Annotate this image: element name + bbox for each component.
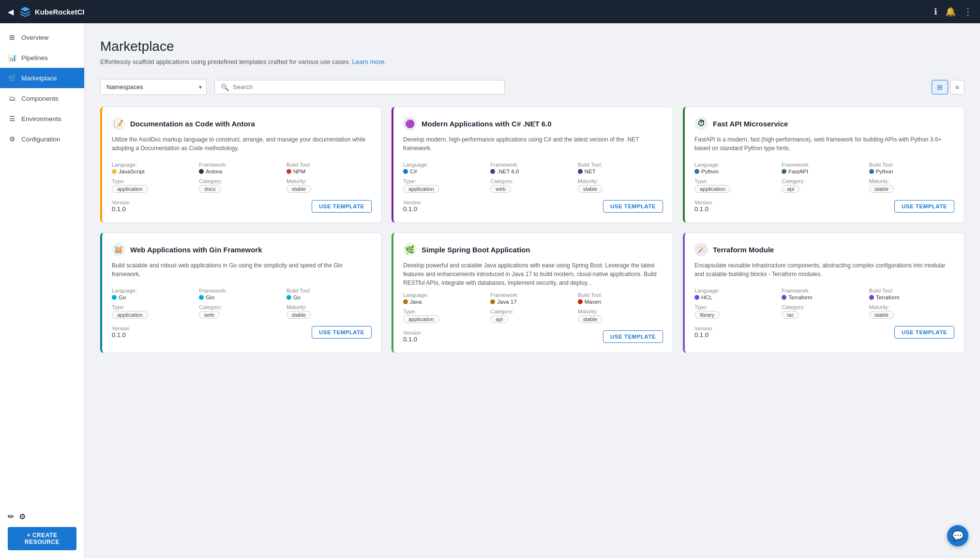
edit-tool-icon[interactable]: ✏ xyxy=(8,512,14,521)
version-group: Version 0.1.0 xyxy=(112,326,130,339)
framework-value: FastAPI xyxy=(782,169,867,174)
maturity-value: stable xyxy=(286,311,372,319)
framework-value: Antora xyxy=(199,169,284,174)
sidebar-item-marketplace[interactable]: 🛒 Marketplace xyxy=(0,68,84,88)
learn-more-link[interactable]: Learn more. xyxy=(352,58,386,65)
sidebar-item-configuration[interactable]: ⚙ Configuration xyxy=(0,129,84,149)
card-header-gin-framework: 🐹 Web Applications with Gin Framework xyxy=(112,243,372,256)
card-doc-antora: 📝 Documentation as Code with Antora Util… xyxy=(100,107,382,223)
card-footer-spring-boot: Version 0.1.0 USE TEMPLATE xyxy=(403,330,663,343)
notifications-icon[interactable]: 🔔 xyxy=(945,6,956,17)
meta-maturity-group: Maturity: stable xyxy=(869,178,954,193)
search-input[interactable] xyxy=(233,83,498,91)
version-label: Version xyxy=(694,326,712,331)
sidebar-item-overview[interactable]: ⊞ Overview xyxy=(0,27,84,47)
meta-language-group: Language: JavaScript xyxy=(112,162,197,174)
maturity-value: stable xyxy=(578,185,663,193)
use-template-button-fast-api[interactable]: USE TEMPLATE xyxy=(894,200,954,213)
info-icon[interactable]: ℹ xyxy=(934,6,937,17)
buildtool-value: NET xyxy=(578,169,663,174)
framework-label: Framework: xyxy=(490,292,575,298)
category-label: Category: xyxy=(490,178,575,184)
meta-type-group: Type: application xyxy=(112,178,197,193)
type-label: Type: xyxy=(403,178,488,184)
card-title-gin-framework: Web Applications with Gin Framework xyxy=(130,246,262,254)
card-icon-terraform: 🪄 xyxy=(694,243,708,256)
category-label: Category: xyxy=(199,304,284,310)
card-desc-gin-framework: Build scalable and robust web applicatio… xyxy=(112,261,372,283)
card-terraform: 🪄 Terraform Module Encapsulate reusable … xyxy=(683,232,965,353)
framework-value: Terraform xyxy=(782,294,867,300)
buildtool-label: Build Tool: xyxy=(869,162,954,168)
search-bar: 🔍 xyxy=(214,80,505,94)
type-tag: application xyxy=(112,185,148,193)
meta-type-group: Type: application xyxy=(403,309,488,323)
sidebar-label-components: Components xyxy=(21,95,59,102)
buildtool-dot xyxy=(578,299,583,304)
card-desc-fast-api: FastAPI is a modern, fast (high-performa… xyxy=(694,135,954,157)
buildtool-label: Build Tool: xyxy=(578,292,663,298)
category-value: api xyxy=(490,315,575,323)
maturity-tag: stable xyxy=(578,315,603,323)
use-template-button-modern-dotnet[interactable]: USE TEMPLATE xyxy=(603,200,663,213)
language-value: HCL xyxy=(694,294,780,300)
version-value: 0.1.0 xyxy=(112,205,130,213)
buildtool-dot xyxy=(286,295,291,300)
meta-type-group: Type: application xyxy=(112,304,197,319)
cards-grid: 📝 Documentation as Code with Antora Util… xyxy=(100,107,965,353)
use-template-button-gin-framework[interactable]: USE TEMPLATE xyxy=(312,326,372,339)
language-value: Python xyxy=(694,169,780,174)
chat-fab-button[interactable]: 💬 xyxy=(947,525,968,546)
language-value: JavaScript xyxy=(112,169,197,174)
configuration-icon: ⚙ xyxy=(8,135,16,143)
use-template-button-spring-boot[interactable]: USE TEMPLATE xyxy=(603,330,663,343)
card-desc-modern-dotnet: Develop modern, high-performance applica… xyxy=(403,135,663,157)
meta-buildtool-group: Build Tool: Python xyxy=(869,162,954,174)
version-label: Version xyxy=(403,200,421,205)
use-template-button-doc-antora[interactable]: USE TEMPLATE xyxy=(312,200,372,213)
card-title-terraform: Terraform Module xyxy=(713,246,774,254)
category-value: web xyxy=(490,185,575,193)
category-label: Category: xyxy=(782,178,867,184)
maturity-value: stable xyxy=(286,185,372,193)
namespace-select[interactable]: Namespaces xyxy=(100,79,207,95)
namespace-select-wrapper: Namespaces xyxy=(100,79,207,95)
type-label: Type: xyxy=(112,178,197,184)
meta-type-group: Type: application xyxy=(403,178,488,193)
settings-tool-icon[interactable]: ⚙ xyxy=(19,512,26,521)
maturity-tag: stable xyxy=(869,311,894,319)
meta-category-group: Category: docs xyxy=(199,178,284,193)
collapse-sidebar-button[interactable]: ◀ xyxy=(8,7,14,16)
sidebar-item-environments[interactable]: ☰ Environments xyxy=(0,108,84,129)
buildtool-label: Build Tool: xyxy=(286,162,372,168)
meta-language-group: Language: C# xyxy=(403,162,488,174)
language-label: Language: xyxy=(403,162,488,168)
version-value: 0.1.0 xyxy=(694,331,712,339)
maturity-tag: stable xyxy=(286,311,311,319)
card-gin-framework: 🐹 Web Applications with Gin Framework Bu… xyxy=(100,232,382,353)
buildtool-label: Build Tool: xyxy=(869,288,954,294)
meta-framework-group: Framework: Java 17 xyxy=(490,292,575,305)
maturity-label: Maturity: xyxy=(578,178,663,184)
language-value: C# xyxy=(403,169,488,174)
type-value: library xyxy=(694,311,780,319)
type-value: application xyxy=(403,185,488,193)
meta-maturity-group: Maturity: stable xyxy=(578,309,663,323)
language-label: Language: xyxy=(694,162,780,168)
buildtool-label: Build Tool: xyxy=(578,162,663,168)
create-resource-button[interactable]: + CREATE RESOURCE xyxy=(8,527,76,550)
grid-view-button[interactable]: ⊞ xyxy=(932,80,948,94)
sidebar-item-pipelines[interactable]: 📊 Pipelines xyxy=(0,47,84,68)
type-label: Type: xyxy=(694,304,780,310)
sidebar-item-components[interactable]: 🗂 Components xyxy=(0,88,84,108)
list-view-button[interactable]: ≡ xyxy=(950,80,965,94)
meta-maturity-group: Maturity: stable xyxy=(286,304,372,319)
use-template-button-terraform[interactable]: USE TEMPLATE xyxy=(894,326,954,339)
card-meta-fast-api: Language: Python Framework: FastAPI Buil… xyxy=(694,162,954,193)
language-dot xyxy=(694,295,699,300)
more-menu-icon[interactable]: ⋮ xyxy=(964,6,972,17)
logo-icon xyxy=(19,6,31,17)
language-dot xyxy=(694,169,699,174)
category-tag: web xyxy=(490,185,511,193)
card-icon-spring-boot: 🌿 xyxy=(403,243,417,256)
